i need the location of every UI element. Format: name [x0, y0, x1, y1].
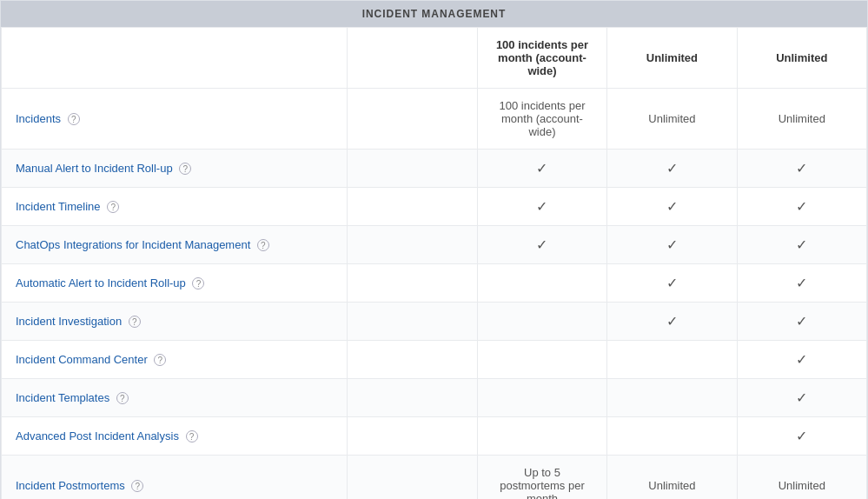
table-row: Manual Alert to Incident Roll-up ?✓✓✓ — [2, 150, 867, 188]
tooltip-icon[interactable]: ? — [131, 480, 143, 492]
tooltip-icon[interactable]: ? — [192, 277, 204, 289]
col1-cell — [348, 341, 477, 379]
check-icon: ✓ — [536, 161, 547, 176]
check-icon: ✓ — [536, 199, 547, 214]
col-feature-header — [2, 28, 348, 89]
col4-cell: ✓ — [737, 303, 866, 341]
table-row: Incident Timeline ?✓✓✓ — [2, 188, 867, 226]
col3-cell: ✓ — [607, 303, 737, 341]
col1-cell — [348, 150, 477, 188]
col4-header: Unlimited — [737, 28, 866, 89]
check-icon: ✓ — [536, 237, 547, 252]
col1-cell — [348, 417, 477, 456]
check-icon: ✓ — [666, 237, 678, 252]
check-icon: ✓ — [796, 390, 807, 405]
tooltip-icon[interactable]: ? — [179, 163, 191, 175]
check-icon: ✓ — [666, 314, 678, 329]
col1-cell — [348, 379, 477, 417]
col2-cell — [477, 264, 606, 303]
section-header: INCIDENT MANAGEMENT — [1, 1, 867, 27]
col4-cell: Unlimited — [737, 456, 866, 500]
table-row: Automatic Alert to Incident Roll-up ?✓✓ — [2, 264, 867, 303]
col2-cell: Up to 5 postmortems per month — [477, 456, 606, 500]
check-icon: ✓ — [796, 429, 807, 443]
col1-cell — [348, 226, 477, 264]
check-icon: ✓ — [796, 352, 807, 367]
table-row: ChatOps Integrations for Incident Manage… — [2, 226, 867, 264]
feature-cell: Incident Timeline ? — [2, 188, 348, 226]
col2-cell — [477, 303, 606, 341]
col2-cell: ✓ — [477, 226, 606, 264]
col3-cell: Unlimited — [607, 456, 737, 500]
col3-cell — [607, 379, 737, 417]
feature-cell: Automatic Alert to Incident Roll-up ? — [2, 264, 348, 303]
feature-cell: ChatOps Integrations for Incident Manage… — [2, 226, 348, 264]
tooltip-icon[interactable]: ? — [186, 430, 198, 442]
table-header-row: 100 incidents per month (account-wide) U… — [2, 28, 867, 89]
col4-cell: ✓ — [737, 264, 866, 303]
col4-cell: ✓ — [737, 226, 866, 264]
table-row: Incident Postmortems ?Up to 5 postmortem… — [2, 456, 867, 500]
pricing-table: 100 incidents per month (account-wide) U… — [1, 27, 867, 499]
col3-cell — [607, 417, 737, 456]
check-icon: ✓ — [796, 314, 807, 329]
feature-cell: Incidents ? — [2, 89, 348, 150]
feature-cell: Incident Templates ? — [2, 379, 348, 417]
table-row: Advanced Post Incident Analysis ?✓ — [2, 417, 867, 456]
check-icon: ✓ — [666, 276, 678, 290]
col2-cell — [477, 379, 606, 417]
col1-header — [348, 28, 477, 89]
table-row: Incidents ?100 incidents per month (acco… — [2, 89, 867, 150]
table-row: Incident Investigation ?✓✓ — [2, 303, 867, 341]
feature-cell: Manual Alert to Incident Roll-up ? — [2, 150, 348, 188]
check-icon: ✓ — [796, 237, 807, 252]
col3-cell — [607, 341, 737, 379]
col4-cell: ✓ — [737, 417, 866, 456]
col4-cell: ✓ — [737, 188, 866, 226]
col1-cell — [348, 89, 477, 150]
col2-cell — [477, 417, 606, 456]
tooltip-icon[interactable]: ? — [129, 316, 141, 328]
col3-cell: ✓ — [607, 226, 737, 264]
check-icon: ✓ — [796, 199, 807, 214]
check-icon: ✓ — [666, 161, 678, 176]
check-icon: ✓ — [666, 199, 678, 214]
col4-cell: ✓ — [737, 150, 866, 188]
col1-cell — [348, 456, 477, 500]
table-row: Incident Templates ?✓ — [2, 379, 867, 417]
col2-cell: 100 incidents per month (account-wide) — [477, 89, 606, 150]
col2-cell: ✓ — [477, 150, 606, 188]
col3-cell: Unlimited — [607, 89, 737, 150]
col2-cell — [477, 341, 606, 379]
feature-cell: Advanced Post Incident Analysis ? — [2, 417, 348, 456]
tooltip-icon[interactable]: ? — [257, 239, 269, 251]
tooltip-icon[interactable]: ? — [107, 201, 119, 213]
col2-cell: ✓ — [477, 188, 606, 226]
col4-cell: ✓ — [737, 379, 866, 417]
tooltip-icon[interactable]: ? — [68, 113, 80, 125]
check-icon: ✓ — [796, 276, 807, 290]
feature-cell: Incident Postmortems ? — [2, 456, 348, 500]
tooltip-icon[interactable]: ? — [154, 354, 166, 366]
table-row: Incident Command Center ?✓ — [2, 341, 867, 379]
feature-cell: Incident Command Center ? — [2, 341, 348, 379]
col1-cell — [348, 303, 477, 341]
col3-cell: ✓ — [607, 188, 737, 226]
col1-cell — [348, 264, 477, 303]
col3-cell: ✓ — [607, 264, 737, 303]
pricing-table-container: INCIDENT MANAGEMENT 100 incidents per mo… — [0, 0, 868, 499]
feature-cell: Incident Investigation ? — [2, 303, 348, 341]
col3-cell: ✓ — [607, 150, 737, 188]
col4-cell: ✓ — [737, 341, 866, 379]
check-icon: ✓ — [796, 161, 807, 176]
col4-cell: Unlimited — [737, 89, 866, 150]
col3-header: Unlimited — [607, 28, 737, 89]
col1-cell — [348, 188, 477, 226]
tooltip-icon[interactable]: ? — [116, 392, 129, 404]
col2-header: 100 incidents per month (account-wide) — [477, 28, 606, 89]
